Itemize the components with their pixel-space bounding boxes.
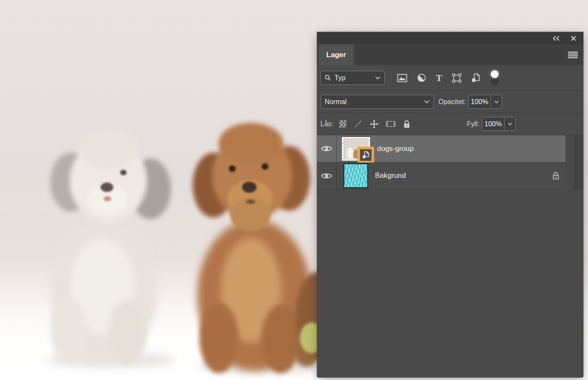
chevron-down-icon — [375, 76, 380, 80]
layers-list: dogs-group Bakgrund — [317, 135, 583, 377]
search-icon — [325, 75, 331, 81]
blend-mode-value: Normal — [325, 98, 347, 106]
opacity-dropdown-button[interactable] — [490, 95, 502, 108]
lock-label: Lås: — [320, 120, 333, 128]
smart-object-badge-icon — [362, 151, 369, 159]
filter-row: Typ T — [317, 65, 583, 91]
filter-icon-group: T — [397, 73, 480, 83]
lock-image-pixels-icon[interactable] — [354, 120, 362, 128]
eye-icon — [321, 172, 332, 180]
lock-icon-group — [339, 120, 410, 128]
layer-row-dogs-group[interactable]: dogs-group — [317, 135, 565, 162]
filter-type-dropdown[interactable]: Typ — [320, 71, 385, 85]
type-layers-filter-icon[interactable]: T — [436, 74, 442, 82]
layer-filtering-toggle[interactable] — [490, 70, 499, 86]
smart-objects-filter-icon[interactable] — [471, 73, 480, 83]
transparency-checker — [343, 138, 346, 160]
lock-row: Lås: — [317, 113, 583, 135]
blend-mode-row: Normal Opacitet: 100% — [317, 91, 583, 113]
collapse-panel-icon[interactable] — [552, 35, 560, 41]
layer-lock-icon — [552, 171, 559, 180]
layer-name[interactable]: Bakgrund — [375, 171, 406, 180]
panel-header-bar — [317, 32, 583, 44]
fill-dropdown-button[interactable] — [504, 117, 515, 131]
layers-panel: Lager Typ — [317, 32, 583, 377]
opacity-value: 100% — [469, 95, 490, 108]
adjustment-layers-filter-icon[interactable] — [417, 73, 426, 82]
chevron-down-icon — [424, 100, 429, 104]
lock-artboard-nesting-icon[interactable] — [386, 120, 395, 128]
lock-position-icon[interactable] — [370, 120, 378, 128]
panel-menu-icon[interactable] — [568, 52, 578, 58]
layer-name[interactable]: dogs-group — [377, 145, 414, 153]
layer-thumbnail-bakgrund[interactable] — [343, 163, 368, 188]
visibility-toggle[interactable] — [317, 135, 337, 162]
fill-value: 100% — [482, 117, 504, 131]
screenshot-root: { "colors": { "highlight_orange": "#F0A4… — [0, 0, 588, 380]
toggle-knob — [491, 70, 499, 78]
layer-row-bakgrund[interactable]: Bakgrund — [317, 162, 565, 189]
opacity-input[interactable]: 100% — [468, 95, 502, 109]
layers-scrollbar-gutter[interactable] — [574, 135, 583, 190]
lock-transparent-pixels-icon[interactable] — [339, 120, 346, 128]
layer-thumbnail-dogs-group[interactable] — [342, 137, 370, 161]
fill-input[interactable]: 100% — [482, 117, 516, 131]
blend-mode-dropdown[interactable]: Normal — [320, 95, 434, 109]
panel-tab-bar: Lager — [317, 44, 583, 65]
smart-object-badge[interactable] — [360, 149, 372, 161]
pixel-layers-filter-icon[interactable] — [397, 74, 407, 82]
filter-type-value: Typ — [334, 74, 346, 82]
shape-layers-filter-icon[interactable] — [452, 73, 461, 83]
lock-all-icon[interactable] — [403, 120, 410, 128]
eye-icon — [321, 145, 332, 152]
close-icon[interactable] — [571, 35, 576, 41]
fill-label: Fyll: — [467, 120, 479, 128]
tab-layers[interactable]: Lager — [319, 44, 354, 65]
tab-layers-label: Lager — [326, 51, 346, 59]
visibility-toggle[interactable] — [317, 162, 337, 189]
opacity-label: Opacitet: — [438, 98, 466, 106]
